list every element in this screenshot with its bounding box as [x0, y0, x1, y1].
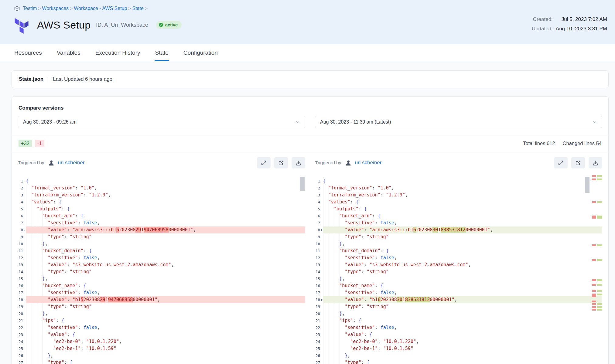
divider: [48, 76, 48, 83]
state-file-card: State.json Last Updated 6 hours ago: [12, 70, 609, 88]
deletions-badge: -1: [35, 140, 44, 147]
code-line: 4 "values": {: [18, 199, 305, 206]
tab-variables[interactable]: Variables: [56, 44, 81, 61]
code-line: 17 "sensitive": false,: [315, 289, 602, 296]
external-link-icon: [575, 160, 581, 166]
right-version-select[interactable]: Aug 30, 2023 - 11:39 am (Latest): [315, 116, 602, 128]
code-line: 15 },: [18, 275, 305, 282]
open-external-button[interactable]: [571, 157, 585, 168]
code-line: 8- "value": "arn:aws:s3:::b1520230829194…: [18, 226, 305, 233]
breadcrumb-separator: >: [69, 6, 74, 11]
changed-lines-text: Changed lines 54: [563, 141, 602, 146]
code-line: 1{: [18, 178, 305, 185]
tab-state[interactable]: State: [155, 44, 169, 61]
code-line: 23 "value": {: [315, 331, 602, 338]
code-line: 1{: [315, 178, 602, 185]
code-line: 4 "values": {: [315, 199, 602, 206]
last-updated-text: Last Updated 6 hours ago: [53, 76, 112, 82]
compare-versions-heading: Compare versions: [19, 105, 602, 111]
code-line: 20 },: [18, 310, 305, 317]
minimap-added-mark: [597, 290, 602, 292]
left-version-value: Aug 30, 2023 - 09:26 am: [23, 119, 77, 125]
minimap-added-mark: [597, 279, 602, 281]
download-button[interactable]: [292, 157, 305, 168]
code-line: 25 "ec2-be-1": "10.0.1.59": [18, 345, 305, 352]
left-version-select[interactable]: Aug 30, 2023 - 09:26 am: [18, 116, 305, 128]
code-line: 3 "terraform_version": "1.2.9",: [18, 192, 305, 199]
triggered-by-label: Triggered by: [18, 160, 44, 165]
code-line: 22 "sensitive": false,: [18, 324, 305, 331]
code-line: 3 "terraform_version": "1.2.9",: [315, 192, 602, 199]
code-line: 9 "type": "string": [18, 233, 305, 240]
tab-execution-history[interactable]: Execution History: [95, 44, 141, 61]
code-line: 6 "bucket_arn": {: [315, 213, 602, 219]
code-line: 5 "outputs": {: [315, 206, 602, 213]
minimap-removed-mark: [592, 301, 596, 302]
additions-badge: +32: [19, 140, 32, 147]
expand-button[interactable]: [257, 157, 271, 168]
open-external-button[interactable]: [274, 157, 288, 168]
download-button[interactable]: [589, 157, 602, 168]
right-pane-actions: [554, 157, 602, 168]
triggered-by-user-link[interactable]: uri scheiner: [58, 160, 84, 166]
code-line: 26 },: [315, 352, 602, 359]
code-line: 2 "format_version": "1.0",: [315, 185, 602, 192]
breadcrumb-item[interactable]: Workspaces: [42, 6, 69, 11]
right-scrollbar-thumb[interactable]: [585, 177, 589, 193]
code-pane-right[interactable]: 1{2 "format_version": "1.0",3 "terraform…: [315, 178, 602, 364]
right-version-value: Aug 30, 2023 - 11:39 am (Latest): [320, 119, 391, 125]
minimap-added-mark: [597, 216, 602, 219]
left-scrollbar-thumb[interactable]: [300, 177, 305, 191]
line-totals: Total lines 612 Changed lines 54: [523, 141, 602, 146]
breadcrumb-separator: >: [144, 6, 148, 11]
code-line: 15 },: [315, 275, 602, 282]
expand-icon: [261, 160, 267, 166]
code-line: 27 "type": [: [315, 359, 602, 364]
left-pane-actions: [257, 157, 305, 168]
compare-card: Compare versions Aug 30, 2023 - 09:26 am…: [12, 96, 609, 364]
code-line: 26 },: [18, 352, 305, 359]
code-line: 19 "type": "string": [18, 303, 305, 310]
code-line: 6 "bucket_arn": {: [18, 213, 305, 219]
code-line: 24 "ec2-be-0": "10.0.1.220",: [18, 338, 305, 345]
workspace-id: ID: A_Uri_Workspace: [96, 22, 148, 28]
code-line: 2 "format_version": "1.0",: [18, 185, 305, 192]
terraform-logo: [14, 16, 30, 34]
code-line: 5 "outputs": {: [18, 206, 305, 213]
user-avatar-icon: [48, 159, 55, 166]
minimap-added-mark: [597, 201, 602, 203]
code-line: 23 "value": {: [18, 331, 305, 338]
triggered-by-label: Triggered by: [315, 160, 341, 165]
tab-resources[interactable]: Resources: [14, 44, 42, 61]
breadcrumb-item[interactable]: Testim: [23, 6, 37, 11]
code-line: 17 "sensitive": false,: [18, 289, 305, 296]
breadcrumb-separator: >: [127, 6, 132, 11]
user-avatar-icon: [345, 159, 352, 166]
updated-label: Updated:: [532, 26, 553, 32]
download-icon: [593, 160, 598, 166]
code-line: 13 "value": "s3-website-us-west-2.amazon…: [315, 261, 602, 268]
check-circle-icon: ✓: [159, 23, 163, 27]
code-line: 19 "type": "string": [315, 303, 602, 310]
breadcrumb: Testim > Workspaces > Workspace - AWS Se…: [14, 5, 607, 12]
code-pane-left[interactable]: 1{2 "format_version": "1.0",3 "terraform…: [18, 178, 305, 364]
divider: [559, 141, 559, 146]
minimap-added-mark: [597, 284, 602, 286]
minimap-removed-mark: [592, 284, 596, 286]
code-line: 12 "sensitive": false,: [315, 254, 602, 261]
breadcrumb-item[interactable]: State: [132, 6, 143, 11]
tab-bar: ResourcesVariablesExecution HistoryState…: [0, 44, 615, 61]
triggered-by-user-link[interactable]: uri scheiner: [355, 160, 381, 166]
title-row: AWS Setup ID: A_Uri_Workspace ✓ active C…: [14, 16, 607, 34]
breadcrumb-item[interactable]: Workspace - AWS Setup: [74, 6, 127, 11]
minimap-removed-mark: [592, 309, 596, 311]
minimap-added-mark: [597, 306, 602, 308]
code-line: 12 "sensitive": false,: [18, 254, 305, 261]
code-line: 13 "value": "s3-website-us-west-2.amazon…: [18, 261, 305, 268]
code-line: 21 "ips": {: [18, 317, 305, 324]
code-line: 25 "ec2-be-1": "10.0.1.59": [315, 345, 602, 352]
expand-button[interactable]: [554, 157, 568, 168]
code-line: 16 "bucket_name": {: [315, 282, 602, 289]
minimap-added-mark: [597, 294, 602, 295]
tab-configuration[interactable]: Configuration: [183, 44, 218, 61]
